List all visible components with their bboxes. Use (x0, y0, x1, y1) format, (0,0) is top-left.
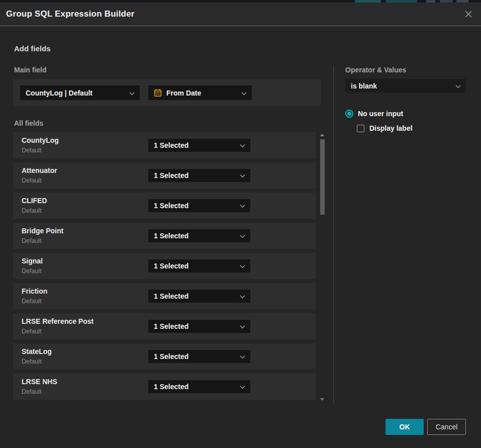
field-selection-value: 1 Selected (154, 352, 188, 361)
field-row: StateLog Default 1 Selected (13, 343, 316, 370)
scroll-up-icon[interactable] (320, 134, 324, 136)
field-row: Signal Default 1 Selected (13, 253, 316, 279)
main-field-select-value: From Date (166, 89, 201, 97)
field-row: Friction Default 1 Selected (13, 283, 316, 309)
no-user-input-label: No user input (358, 110, 403, 118)
operator-values-heading: Operator & Values (345, 66, 406, 74)
field-row: Bridge Point Default 1 Selected (13, 223, 316, 249)
field-name: CLIFED (22, 197, 47, 205)
screen: Group SQL Expression Builder Add fields … (0, 0, 481, 448)
field-selection-dropdown[interactable]: 1 Selected (148, 139, 250, 152)
field-selection-dropdown[interactable]: 1 Selected (148, 290, 250, 303)
field-name: Bridge Point (22, 227, 63, 235)
group-sql-expression-builder-dialog: Group SQL Expression Builder Add fields … (0, 3, 481, 448)
cancel-button[interactable]: Cancel (427, 419, 466, 435)
panel-divider (333, 65, 334, 403)
field-source: Default (22, 298, 42, 305)
dialog-titlebar: Group SQL Expression Builder (0, 3, 481, 26)
display-label-checkbox[interactable]: Display label (357, 124, 413, 132)
field-selection-value: 1 Selected (154, 171, 188, 180)
main-field-select[interactable]: From Date (148, 85, 252, 100)
field-selection-dropdown[interactable]: 1 Selected (148, 350, 250, 363)
main-field-box: CountyLog | Default From Date (13, 79, 321, 106)
field-source: Default (22, 147, 42, 154)
field-selection-value: 1 Selected (154, 202, 188, 210)
chevron-down-icon (240, 172, 245, 177)
dialog-title: Group SQL Expression Builder (6, 9, 463, 19)
field-name: CountyLog (22, 136, 59, 144)
field-selection-dropdown[interactable]: 1 Selected (148, 199, 250, 212)
chevron-down-icon (240, 233, 245, 238)
main-field-label: Main field (14, 66, 47, 74)
close-icon[interactable] (463, 9, 474, 20)
field-row: LRSE Reference Post Default 1 Selected (13, 313, 316, 339)
chevron-down-icon (130, 90, 135, 95)
chevron-down-icon (240, 142, 245, 147)
ok-button[interactable]: OK (386, 419, 424, 435)
display-label-text: Display label (369, 124, 413, 132)
field-name: Friction (22, 287, 47, 295)
operator-select[interactable]: is blank (345, 79, 466, 93)
scrollbar-thumb[interactable] (320, 139, 325, 215)
all-fields-list: CountyLog Default 1 Selected Attenuator … (13, 132, 316, 404)
field-source: Default (22, 177, 42, 184)
field-name: Attenuator (22, 166, 57, 174)
radio-selected-icon (345, 110, 353, 118)
field-selection-dropdown[interactable]: 1 Selected (148, 320, 250, 333)
calendar-icon (154, 88, 162, 97)
field-source: Default (22, 207, 42, 214)
field-name: StateLog (22, 347, 52, 355)
operator-select-value: is blank (351, 82, 377, 90)
field-name: Signal (22, 257, 43, 265)
chevron-down-icon (240, 263, 245, 268)
field-source: Default (22, 358, 42, 365)
field-selection-value: 1 Selected (154, 232, 188, 240)
field-source: Default (22, 388, 42, 395)
field-source: Default (22, 267, 42, 275)
field-selection-value: 1 Selected (154, 262, 188, 270)
field-row: CLIFED Default 1 Selected (13, 193, 316, 219)
main-layer-select-value: CountyLog | Default (26, 89, 92, 97)
all-fields-label: All fields (14, 119, 43, 127)
field-selection-dropdown[interactable]: 1 Selected (148, 229, 250, 242)
field-name: LRSE NHS (22, 378, 57, 386)
field-source: Default (22, 328, 42, 335)
checkbox-unchecked-icon (357, 125, 364, 132)
field-selection-dropdown[interactable]: 1 Selected (148, 169, 250, 182)
chevron-down-icon (240, 323, 245, 328)
field-row: LRSE NHS Default 1 Selected (13, 374, 316, 400)
chevron-down-icon (240, 384, 245, 389)
field-selection-value: 1 Selected (154, 322, 188, 330)
field-source: Default (22, 237, 42, 244)
add-fields-heading: Add fields (14, 44, 51, 53)
chevron-down-icon (456, 83, 461, 88)
field-selection-dropdown[interactable]: 1 Selected (148, 259, 250, 273)
field-selection-value: 1 Selected (154, 383, 188, 391)
chevron-down-icon (240, 293, 245, 298)
field-row: CountyLog Default 1 Selected (13, 132, 316, 158)
field-selection-dropdown[interactable]: 1 Selected (148, 380, 250, 393)
scroll-down-icon[interactable] (320, 398, 324, 401)
main-layer-select[interactable]: CountyLog | Default (20, 85, 140, 100)
chevron-down-icon (242, 90, 247, 95)
field-selection-value: 1 Selected (154, 292, 188, 300)
field-selection-value: 1 Selected (154, 141, 188, 149)
no-user-input-radio[interactable]: No user input (345, 110, 403, 118)
chevron-down-icon (240, 353, 245, 359)
field-name: LRSE Reference Post (22, 317, 93, 325)
field-row: Attenuator Default 1 Selected (13, 162, 316, 189)
list-scrollbar (320, 132, 325, 402)
chevron-down-icon (240, 203, 245, 208)
